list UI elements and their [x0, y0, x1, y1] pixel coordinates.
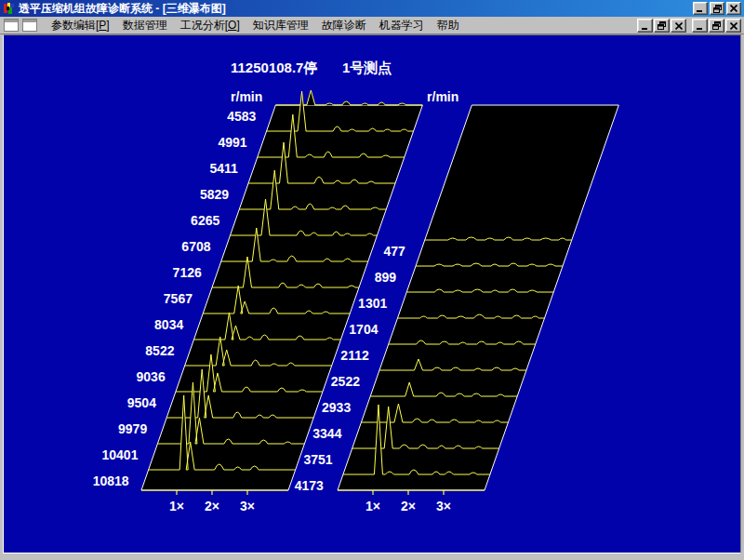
order-tick-label: 1×: [365, 499, 380, 513]
app-window: 透平压缩机组故障诊断系统 - [三维瀑布图] 参数编辑[P]数据管理工况分析[O…: [0, 0, 744, 560]
speed-label: 4173: [295, 478, 324, 493]
mdi-document-icon-2[interactable]: [22, 19, 37, 32]
mdi-window-controls: [633, 19, 741, 33]
close-button[interactable]: [726, 2, 741, 15]
mdi-document-icon-1[interactable]: [4, 19, 19, 32]
mdi-minimize-button-2[interactable]: [692, 19, 708, 33]
speed-label: 2112: [340, 348, 369, 363]
menu-data-manage[interactable]: 数据管理: [116, 16, 174, 35]
speed-label: 1301: [358, 296, 387, 311]
order-tick-label: 1×: [169, 499, 184, 513]
menu-knowledge-base[interactable]: 知识库管理: [246, 16, 315, 35]
speed-label: 5411: [209, 161, 238, 176]
speed-label: 8522: [145, 343, 174, 358]
restore-button[interactable]: [710, 2, 724, 15]
speed-label: 4583: [227, 109, 256, 124]
speed-label: 7126: [173, 265, 202, 280]
menu-bar: 参数编辑[P]数据管理工况分析[O]知识库管理故障诊断机器学习帮助: [0, 17, 744, 34]
menu-fault-diagnosis[interactable]: 故障诊断: [315, 16, 373, 35]
speed-label: 9504: [127, 395, 156, 410]
speed-label: 3344: [312, 426, 341, 441]
menu-condition-analysis[interactable]: 工况分析[O]: [174, 16, 246, 35]
menu-machine-learning[interactable]: 机器学习: [373, 16, 431, 35]
waterfall-canvas: 11250108.7停 1号测点 45834991541158296265670…: [4, 35, 740, 552]
window-frame: 11250108.7停 1号测点 45834991541158296265670…: [0, 34, 744, 560]
app-icon: [3, 2, 16, 15]
speed-label: 9036: [137, 369, 166, 384]
restore-icon: [712, 21, 721, 30]
speed-label: 477: [383, 244, 405, 259]
window-title: 透平压缩机组故障诊断系统 - [三维瀑布图]: [19, 0, 693, 17]
rpm-axis-label: r/min: [231, 89, 262, 104]
close-icon: [675, 22, 683, 30]
minimize-button[interactable]: [693, 2, 708, 15]
restore-icon: [658, 21, 666, 30]
speed-label: 6708: [181, 239, 210, 254]
title-bar: 透平压缩机组故障诊断系统 - [三维瀑布图]: [0, 0, 744, 17]
spectrum-trace: [275, 90, 422, 105]
speed-label: 3751: [304, 452, 333, 467]
titlebar-window-controls: [693, 2, 741, 15]
speed-label: 10401: [101, 447, 138, 462]
header-point-label: 1号测点: [342, 60, 392, 76]
order-tick-label: 3×: [240, 499, 255, 513]
mdi-close-button-2[interactable]: [725, 19, 741, 33]
minimize-icon: [642, 22, 649, 30]
menu-param-edit[interactable]: 参数编辑[P]: [45, 16, 116, 35]
restore-icon: [713, 5, 722, 13]
mdi-child-controls-1: [637, 19, 686, 33]
rpm-axis-label: r/min: [427, 89, 458, 104]
speed-label: 1704: [349, 322, 378, 337]
mdi-close-button-1[interactable]: [671, 19, 686, 33]
speed-label: 899: [375, 270, 397, 285]
speed-label: 2933: [322, 400, 351, 415]
speed-label: 10818: [93, 473, 129, 488]
mdi-child-controls-2: [692, 19, 741, 33]
order-tick-label: 2×: [401, 499, 416, 513]
mdi-restore-button-2[interactable]: [709, 19, 724, 33]
speed-label: 8034: [154, 317, 183, 332]
menu-items: 参数编辑[P]数据管理工况分析[O]知识库管理故障诊断机器学习帮助: [45, 16, 466, 35]
order-tick-label: 3×: [436, 499, 451, 513]
order-tick-label: 2×: [205, 499, 219, 513]
mdi-client-area: 11250108.7停 1号测点 45834991541158296265670…: [3, 34, 741, 553]
mdi-restore-button-1[interactable]: [654, 19, 670, 33]
close-icon: [730, 5, 737, 12]
mdi-minimize-button-1[interactable]: [637, 19, 653, 33]
speed-label: 2522: [331, 374, 360, 389]
speed-label: 4991: [218, 135, 246, 150]
speed-label: 7567: [164, 291, 193, 306]
menu-help[interactable]: 帮助: [431, 16, 466, 35]
speed-label: 5829: [200, 187, 229, 202]
close-icon: [730, 22, 737, 30]
minimize-icon: [697, 22, 704, 30]
header-timestamp: 11250108.7停: [231, 60, 317, 75]
minimize-icon: [697, 5, 704, 12]
speed-label: 9979: [118, 421, 147, 436]
speed-label: 6265: [191, 213, 219, 228]
